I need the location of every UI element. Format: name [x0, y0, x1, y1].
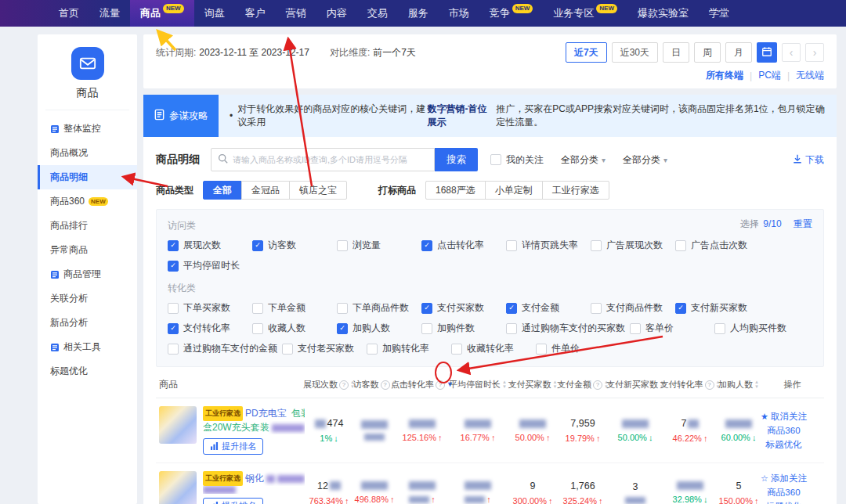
- type-option-2[interactable]: 镇店之宝: [289, 181, 347, 200]
- metric-checkbox-7[interactable]: ✓平均停留时长: [168, 259, 252, 272]
- nav-item-1[interactable]: 流量: [89, 0, 130, 27]
- terminal-1[interactable]: PC端: [758, 69, 781, 82]
- sidebar-item-5[interactable]: 异常商品: [38, 238, 137, 262]
- product-title-line2[interactable]: 盒20W充头套装: [203, 421, 305, 434]
- mark-option-0[interactable]: 1688严选: [425, 181, 486, 200]
- metric-checkbox-2[interactable]: 浏览量: [337, 239, 421, 252]
- column-header-6[interactable]: 支付金额?▲▼: [559, 379, 607, 391]
- column-header-3[interactable]: 点击转化率?▼: [396, 379, 449, 391]
- mark-option-2[interactable]: 工业行家选: [542, 181, 609, 200]
- action-link-0[interactable]: ★取消关注: [761, 411, 807, 423]
- nav-item-13[interactable]: 学堂: [699, 0, 739, 27]
- metric-checkbox-16[interactable]: 加购转化率: [367, 342, 451, 355]
- product-title-line2[interactable]: [203, 486, 305, 494]
- action-link-2[interactable]: 标题优化: [765, 439, 801, 451]
- metric-checkbox-12[interactable]: 客单价: [630, 322, 714, 335]
- terminal-2[interactable]: 无线端: [796, 69, 824, 82]
- range-button-1[interactable]: 近30天: [612, 42, 658, 63]
- category-select-2[interactable]: 全部分类▾: [623, 153, 667, 167]
- metric-checkbox-8[interactable]: 收藏人数: [252, 322, 337, 335]
- nav-item-3[interactable]: 询盘: [194, 0, 235, 27]
- metric-checkbox-3[interactable]: ✓点击转化率: [421, 239, 506, 252]
- metric-checkbox-13[interactable]: 人均购买件数: [714, 322, 799, 335]
- next-period-button[interactable]: ›: [805, 43, 824, 62]
- action-link-0[interactable]: ☆添加关注: [761, 473, 807, 484]
- nav-item-6[interactable]: 内容: [316, 0, 357, 27]
- mark-option-1[interactable]: 小单定制: [485, 181, 543, 200]
- sidebar-item-6[interactable]: 商品管理: [38, 262, 137, 286]
- metric-checkbox-4[interactable]: 详情页跳失率: [506, 239, 591, 252]
- column-header-5[interactable]: 支付买家数▲▼: [507, 379, 559, 391]
- action-link-1[interactable]: 商品360: [767, 487, 800, 499]
- nav-item-0[interactable]: 首页: [49, 0, 89, 27]
- range-button-4[interactable]: 月: [725, 42, 752, 63]
- column-header-9[interactable]: 加购人数▲▼: [717, 379, 761, 391]
- metric-checkbox-15[interactable]: 支付老买家数: [282, 342, 367, 355]
- metric-checkbox-7[interactable]: ✓支付转化率: [168, 322, 252, 335]
- product-title[interactable]: 工业行家选钢化: [203, 471, 305, 486]
- sidebar-item-0[interactable]: 整体监控: [38, 117, 137, 141]
- rank-button[interactable]: 提升排名: [203, 498, 263, 504]
- nav-item-9[interactable]: 市场: [439, 0, 479, 27]
- product-image[interactable]: [159, 471, 197, 504]
- calendar-button[interactable]: [757, 42, 777, 63]
- metric-checkbox-0[interactable]: 下单买家数: [168, 301, 252, 315]
- category-select-1[interactable]: 全部分类▾: [561, 153, 606, 167]
- metric-checkbox-1[interactable]: 下单金额: [252, 301, 337, 315]
- metric-checkbox-14[interactable]: 通过购物车支付的金额: [168, 342, 282, 355]
- terminal-0[interactable]: 所有终端: [706, 69, 743, 82]
- rank-button[interactable]: 提升排名: [203, 438, 263, 455]
- sidebar-item-4[interactable]: 商品排行: [38, 214, 137, 238]
- metric-checkbox-1[interactable]: ✓访客数: [252, 239, 337, 252]
- sidebar-item-1[interactable]: 商品概况: [38, 141, 137, 165]
- metric-checkbox-0[interactable]: ✓展现次数: [168, 239, 252, 252]
- range-button-0[interactable]: 近7天: [566, 42, 607, 63]
- range-button-2[interactable]: 日: [663, 42, 689, 63]
- metric-checkbox-6[interactable]: ✓支付新买家数: [675, 301, 760, 315]
- reset-button[interactable]: 重置: [794, 218, 812, 229]
- type-option-0[interactable]: 全部: [203, 181, 242, 200]
- metric-checkbox-6[interactable]: 广告点击次数: [675, 239, 760, 252]
- metric-checkbox-2[interactable]: 下单商品件数: [337, 301, 421, 315]
- sidebar-item-8[interactable]: 新品分析: [38, 311, 137, 335]
- metric-checkbox-5[interactable]: 广告展现次数: [591, 239, 675, 252]
- metric-checkbox-11[interactable]: 通过购物车支付的买家数: [506, 322, 630, 335]
- download-button[interactable]: 下载: [793, 153, 824, 167]
- product-title[interactable]: 工业行家选PD充电宝包装苹果PD快包装: [203, 406, 305, 421]
- type-option-1[interactable]: 金冠品: [241, 181, 290, 200]
- metric-checkbox-3[interactable]: ✓支付买家数: [421, 301, 506, 315]
- nav-item-2[interactable]: 商品NEW: [130, 0, 194, 27]
- sidebar-item-9[interactable]: 相关工具: [38, 335, 137, 359]
- sidebar-item-2[interactable]: 商品明细: [38, 165, 137, 189]
- compare-dimension[interactable]: 对比维度:前一个7天: [330, 46, 416, 59]
- metric-checkbox-5[interactable]: 支付商品件数: [591, 301, 675, 315]
- strategy-guide-button[interactable]: 参谋攻略: [143, 95, 219, 137]
- column-header-2[interactable]: 访客数?▲▼: [353, 379, 396, 391]
- metric-checkbox-9[interactable]: ✓加购人数: [337, 322, 421, 335]
- column-header-4[interactable]: 平均停留时长▲▼: [449, 379, 507, 391]
- nav-item-8[interactable]: 服务: [398, 0, 439, 27]
- metric-checkbox-18[interactable]: 件单价: [536, 342, 620, 355]
- product-image[interactable]: [159, 406, 197, 444]
- nav-item-5[interactable]: 营销: [276, 0, 316, 27]
- search-button[interactable]: 搜索: [435, 148, 478, 171]
- sidebar-item-7[interactable]: 关联分析: [38, 286, 137, 311]
- action-link-1[interactable]: 商品360: [767, 425, 800, 437]
- sidebar-item-10[interactable]: 标题优化: [38, 359, 137, 383]
- nav-item-4[interactable]: 客户: [235, 0, 276, 27]
- sort-icon[interactable]: ▲▼: [754, 380, 759, 389]
- metric-checkbox-17[interactable]: 收藏转化率: [451, 342, 536, 355]
- nav-item-11[interactable]: 业务专区NEW: [543, 0, 627, 27]
- my-follow-checkbox[interactable]: 我的关注: [490, 153, 544, 167]
- action-link-2[interactable]: 标题优化: [765, 501, 801, 504]
- nav-item-10[interactable]: 竞争NEW: [479, 0, 544, 27]
- nav-item-12[interactable]: 爆款实验室: [627, 0, 699, 27]
- search-input[interactable]: [233, 154, 428, 165]
- range-button-3[interactable]: 周: [694, 42, 721, 63]
- column-header-7[interactable]: 支付新买家数▲▼: [607, 379, 663, 391]
- column-header-8[interactable]: 支付转化率?▲▼: [663, 379, 717, 391]
- nav-item-7[interactable]: 交易: [357, 0, 398, 27]
- sidebar-item-3[interactable]: 商品360NEW: [38, 189, 137, 214]
- metric-checkbox-10[interactable]: 加购件数: [421, 322, 506, 335]
- metric-checkbox-4[interactable]: ✓支付金额: [506, 301, 591, 315]
